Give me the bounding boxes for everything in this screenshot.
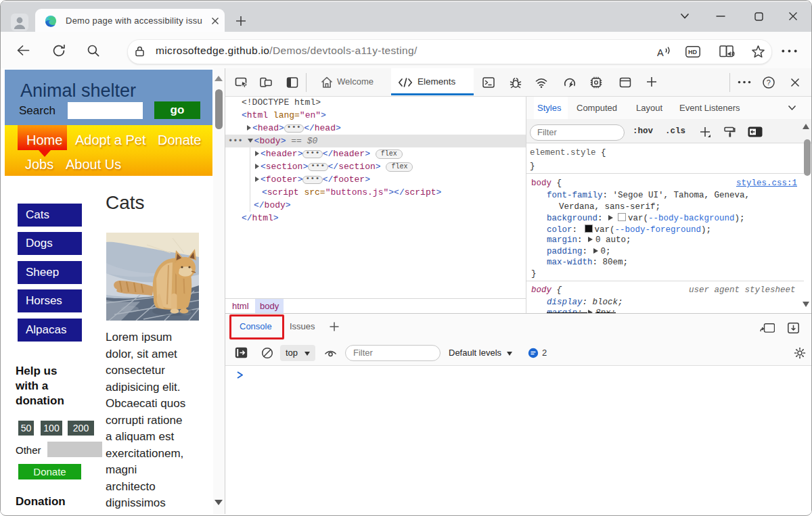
svg-text:?: ? bbox=[767, 78, 771, 87]
svg-text:A: A bbox=[657, 47, 664, 58]
svg-text:HD: HD bbox=[688, 49, 697, 55]
